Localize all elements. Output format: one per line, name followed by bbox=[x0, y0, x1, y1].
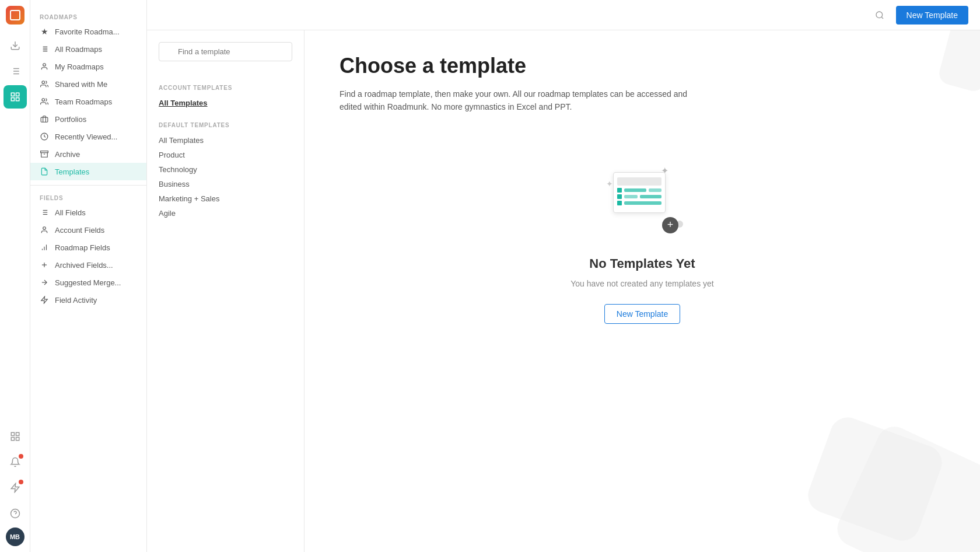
svg-point-45 bbox=[876, 12, 883, 18]
template-main: Choose a template Find a roadmap templat… bbox=[304, 30, 980, 552]
sidebar-item-team-roadmaps[interactable]: Team Roadmaps bbox=[30, 93, 146, 110]
all-templates-account-link[interactable]: All Templates bbox=[159, 96, 292, 110]
account-templates-label: ACCOUNT TEMPLATES bbox=[159, 85, 292, 91]
sidebar-item-all-fields[interactable]: All Fields bbox=[30, 204, 146, 221]
technology-link[interactable]: Technology bbox=[159, 162, 292, 177]
sidebar-item-label: Templates bbox=[55, 167, 89, 176]
svg-point-25 bbox=[42, 81, 45, 84]
icon-bar: MB bbox=[0, 0, 30, 552]
sidebar-item-label: All Fields bbox=[55, 208, 86, 217]
sidebar-item-recently-viewed[interactable]: Recently Viewed... bbox=[30, 128, 146, 145]
sidebar-item-label: Shared with Me bbox=[55, 80, 107, 89]
activity-icon bbox=[40, 295, 49, 305]
sidebar-item-suggested-merge[interactable]: Suggested Merge... bbox=[30, 274, 146, 291]
icon-bar-lightning[interactable] bbox=[4, 476, 27, 499]
sidebar-item-account-fields[interactable]: Account Fields bbox=[30, 221, 146, 239]
roadmaps-section-label: ROADMAPS bbox=[30, 9, 146, 23]
page-description: Find a roadmap template, then make your … bbox=[340, 88, 690, 114]
svg-rect-29 bbox=[41, 151, 48, 153]
icon-bar-help[interactable] bbox=[4, 502, 27, 525]
sidebar-item-label: Account Fields bbox=[55, 226, 104, 235]
sidebar-item-favorite-roadmaps[interactable]: ★ Favorite Roadma... bbox=[30, 23, 146, 40]
app-logo[interactable] bbox=[6, 6, 24, 25]
sidebar-item-label: Portfolios bbox=[55, 115, 86, 124]
archive-icon bbox=[40, 149, 49, 159]
svg-rect-12 bbox=[16, 432, 19, 435]
team-icon bbox=[40, 97, 49, 106]
sidebar-item-all-roadmaps[interactable]: All Roadmaps bbox=[30, 40, 146, 58]
sidebar: ROADMAPS ★ Favorite Roadma... All Roadma… bbox=[30, 0, 147, 552]
svg-rect-13 bbox=[11, 438, 14, 441]
default-templates-label: DEFAULT TEMPLATES bbox=[159, 122, 292, 128]
sidebar-item-label: My Roadmaps bbox=[55, 62, 104, 71]
sidebar-item-label: Favorite Roadma... bbox=[55, 27, 120, 36]
sidebar-item-portfolios[interactable]: Portfolios bbox=[30, 110, 146, 128]
notification-badge bbox=[19, 454, 23, 459]
sidebar-item-shared-with-me[interactable]: Shared with Me bbox=[30, 75, 146, 93]
sidebar-item-label: Archive bbox=[55, 150, 80, 159]
star-icon: ★ bbox=[40, 27, 49, 36]
lightning-badge bbox=[19, 480, 23, 484]
icon-bar-notifications[interactable] bbox=[4, 450, 27, 474]
sidebar-item-archived-fields[interactable]: Archived Fields... bbox=[30, 256, 146, 274]
sidebar-item-label: All Roadmaps bbox=[55, 45, 102, 54]
sidebar-item-templates[interactable]: Templates bbox=[30, 163, 146, 180]
sidebar-item-my-roadmaps[interactable]: My Roadmaps bbox=[30, 58, 146, 75]
bg-decoration-bottom bbox=[805, 406, 980, 552]
sidebar-item-label: Archived Fields... bbox=[55, 261, 113, 270]
svg-rect-10 bbox=[11, 98, 14, 101]
sidebar-item-roadmap-fields[interactable]: Roadmap Fields bbox=[30, 239, 146, 256]
briefcase-icon bbox=[40, 114, 49, 124]
new-template-button-top[interactable]: New Template bbox=[896, 6, 968, 25]
icon-bar-download[interactable] bbox=[4, 34, 27, 57]
icon-bar-grid[interactable] bbox=[4, 85, 27, 109]
business-link[interactable]: Business bbox=[159, 177, 292, 191]
archived-fields-icon bbox=[40, 260, 49, 270]
marketing-sales-link[interactable]: Marketing + Sales bbox=[159, 191, 292, 206]
sidebar-item-field-activity[interactable]: Field Activity bbox=[30, 291, 146, 309]
fields-section-label: FIELDS bbox=[30, 190, 146, 204]
sidebar-item-label: Suggested Merge... bbox=[55, 278, 121, 287]
template-sidebar: ACCOUNT TEMPLATES All Templates DEFAULT … bbox=[147, 30, 304, 552]
icon-bar-list[interactable] bbox=[4, 60, 27, 83]
roadmap-card-illustration bbox=[613, 172, 666, 213]
agile-link[interactable]: Agile bbox=[159, 206, 292, 221]
templates-icon bbox=[40, 167, 49, 176]
svg-rect-9 bbox=[16, 98, 19, 101]
main-area: New Template ACCOUNT TEMPLATES All Templ… bbox=[147, 0, 980, 552]
sidebar-item-archive[interactable]: Archive bbox=[30, 145, 146, 163]
page-title: Choose a template bbox=[340, 54, 945, 78]
all-templates-default-link[interactable]: All Templates bbox=[159, 133, 292, 148]
account-templates-section: ACCOUNT TEMPLATES All Templates bbox=[159, 85, 292, 110]
search-wrapper bbox=[159, 42, 292, 73]
sidebar-item-label: Roadmap Fields bbox=[55, 243, 110, 252]
merge-icon bbox=[40, 278, 49, 287]
search-icon-btn[interactable] bbox=[870, 6, 889, 25]
plus-circle-decoration: + bbox=[662, 217, 678, 233]
empty-state-title: No Templates Yet bbox=[589, 256, 695, 271]
svg-rect-7 bbox=[11, 93, 14, 96]
product-link[interactable]: Product bbox=[159, 148, 292, 162]
find-template-input[interactable] bbox=[159, 42, 292, 61]
shared-icon bbox=[40, 79, 49, 89]
svg-point-24 bbox=[43, 64, 46, 67]
icon-bar-settings[interactable] bbox=[4, 425, 27, 448]
list-icon bbox=[40, 44, 49, 54]
svg-line-46 bbox=[881, 17, 883, 19]
top-bar: New Template bbox=[147, 0, 980, 30]
svg-point-37 bbox=[43, 227, 46, 230]
sidebar-item-label: Team Roadmaps bbox=[55, 97, 112, 106]
empty-state-illustration: ✦ ✦ bbox=[601, 160, 683, 242]
roadmap-fields-icon bbox=[40, 243, 49, 252]
user-avatar[interactable]: MB bbox=[6, 527, 24, 546]
default-templates-section: DEFAULT TEMPLATES All Templates Product … bbox=[159, 122, 292, 221]
all-fields-icon bbox=[40, 208, 49, 217]
svg-marker-44 bbox=[41, 296, 48, 303]
content-area: ACCOUNT TEMPLATES All Templates DEFAULT … bbox=[147, 30, 980, 552]
new-template-button-empty[interactable]: New Template bbox=[604, 304, 680, 324]
svg-rect-8 bbox=[16, 93, 19, 96]
svg-rect-11 bbox=[11, 432, 14, 435]
svg-point-26 bbox=[42, 99, 45, 102]
empty-state: ✦ ✦ bbox=[340, 160, 945, 324]
star-decoration-2: ✦ bbox=[606, 179, 613, 188]
